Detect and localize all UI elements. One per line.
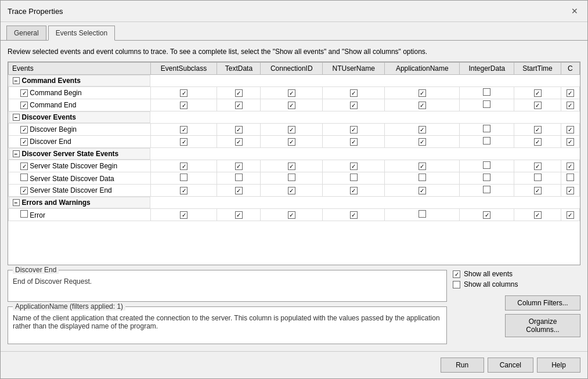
- cb-command-end-ntusername[interactable]: [350, 102, 358, 109]
- cb-command-end-starttime[interactable]: [534, 102, 542, 109]
- show-all-columns-row: Show all columns: [453, 280, 580, 288]
- cb-discover-end-ntusername[interactable]: [350, 138, 358, 146]
- cb-error-applicationname[interactable]: [419, 210, 426, 218]
- cb-ssdata-eventsubclass[interactable]: [180, 174, 187, 181]
- appname-legend: ApplicationName (filters applied: 1): [13, 302, 125, 311]
- col-header-integerdata: IntegerData: [460, 63, 514, 75]
- cb-discover-begin-integerdata[interactable]: [483, 125, 490, 132]
- organize-columns-button[interactable]: Organize Columns...: [505, 314, 580, 337]
- cb-ssbegin-textdata[interactable]: [235, 163, 243, 170]
- cb-ssdata-c[interactable]: [567, 174, 574, 181]
- row-check-error[interactable]: [20, 210, 28, 218]
- cb-ssdata-connectionid[interactable]: [288, 174, 295, 181]
- options-group: Show all events Show all columns: [453, 270, 580, 288]
- cb-command-begin-c[interactable]: [567, 89, 574, 97]
- cb-ssend-applicationname[interactable]: [419, 187, 426, 194]
- event-command-begin: Command Begin: [9, 87, 151, 99]
- cb-ssbegin-eventsubclass[interactable]: [180, 163, 187, 170]
- cb-discover-begin-applicationname[interactable]: [419, 126, 426, 133]
- cb-error-starttime[interactable]: [534, 211, 542, 219]
- cb-discover-begin-textdata[interactable]: [235, 126, 243, 133]
- row-check-command-begin[interactable]: [20, 89, 28, 97]
- cb-discover-end-eventsubclass[interactable]: [180, 138, 187, 146]
- cb-discover-begin-starttime[interactable]: [534, 126, 542, 133]
- cb-command-begin-starttime[interactable]: [534, 89, 542, 97]
- row-check-server-state-data[interactable]: [20, 174, 28, 181]
- cb-ssdata-ntusername[interactable]: [350, 174, 358, 181]
- expand-discover-events[interactable]: −: [13, 114, 20, 121]
- cb-error-integerdata[interactable]: [483, 211, 490, 219]
- cb-ssbegin-connectionid[interactable]: [288, 163, 295, 170]
- expand-errors-warnings[interactable]: −: [13, 199, 20, 206]
- cb-command-begin-applicationname[interactable]: [419, 89, 426, 97]
- show-all-columns-checkbox[interactable]: [453, 281, 460, 288]
- cb-ssend-textdata[interactable]: [235, 187, 243, 194]
- cb-ssbegin-c[interactable]: [567, 163, 574, 170]
- cb-discover-end-starttime[interactable]: [534, 138, 542, 146]
- cb-discover-end-connectionid[interactable]: [288, 138, 295, 146]
- cb-discover-end-textdata[interactable]: [235, 138, 243, 146]
- cb-discover-end-applicationname[interactable]: [419, 138, 426, 146]
- expand-discover-server-state[interactable]: −: [13, 150, 20, 157]
- cb-discover-end-integerdata[interactable]: [483, 137, 490, 145]
- show-all-events-label: Show all events: [464, 270, 513, 278]
- cb-ssbegin-ntusername[interactable]: [350, 163, 358, 170]
- group-errors-warnings: − Errors and Warnings: [9, 197, 580, 209]
- row-check-command-end[interactable]: [20, 102, 28, 109]
- cb-discover-begin-eventsubclass[interactable]: [180, 126, 187, 133]
- row-check-discover-end[interactable]: [20, 138, 28, 146]
- cb-error-c[interactable]: [567, 211, 574, 219]
- events-table-container[interactable]: Events EventSubclass TextData Connection…: [8, 62, 580, 265]
- cb-command-end-applicationname[interactable]: [419, 102, 426, 109]
- tab-general[interactable]: General: [6, 26, 46, 40]
- cb-discover-begin-ntusername[interactable]: [350, 126, 358, 133]
- cb-ssbegin-starttime[interactable]: [534, 163, 542, 170]
- cb-discover-begin-connectionid[interactable]: [288, 126, 295, 133]
- cb-error-ntusername[interactable]: [350, 211, 358, 219]
- cb-command-begin-textdata[interactable]: [235, 89, 243, 97]
- bottom-left: Discover End End of Discover Request. Ap…: [8, 270, 447, 344]
- cb-ssbegin-applicationname[interactable]: [419, 163, 426, 170]
- title-bar: Trace Properties ✕: [1, 1, 587, 22]
- cb-command-end-c[interactable]: [567, 102, 574, 109]
- cb-ssdata-textdata[interactable]: [235, 174, 243, 181]
- column-filters-button[interactable]: Column Filters...: [505, 295, 580, 311]
- cb-ssend-integerdata[interactable]: [483, 186, 490, 193]
- cb-ssdata-starttime[interactable]: [534, 174, 542, 181]
- cb-command-begin-integerdata[interactable]: [483, 88, 490, 96]
- group-command-events: − Command Events: [9, 75, 580, 87]
- cb-discover-begin-c[interactable]: [567, 126, 574, 133]
- run-button[interactable]: Run: [441, 358, 484, 373]
- cb-ssend-starttime[interactable]: [534, 187, 542, 194]
- cb-ssend-c[interactable]: [567, 187, 574, 194]
- cb-command-end-textdata[interactable]: [235, 102, 243, 109]
- cb-ssdata-integerdata[interactable]: [483, 174, 490, 181]
- table-row: Command Begin: [9, 87, 580, 99]
- expand-command-events[interactable]: −: [13, 77, 20, 84]
- cb-ssend-connectionid[interactable]: [288, 187, 295, 194]
- cb-discover-end-c[interactable]: [567, 138, 574, 146]
- cancel-button[interactable]: Cancel: [488, 358, 533, 373]
- cb-error-textdata[interactable]: [235, 211, 243, 219]
- cb-command-begin-connectionid[interactable]: [288, 89, 295, 97]
- help-button[interactable]: Help: [537, 358, 580, 373]
- close-button[interactable]: ✕: [569, 5, 580, 17]
- cb-ssdata-applicationname[interactable]: [419, 174, 426, 181]
- group-label-discover-server-state: Discover Server State Events: [22, 150, 119, 158]
- tab-events-selection[interactable]: Events Selection: [48, 26, 115, 41]
- cb-command-begin-ntusername[interactable]: [350, 89, 358, 97]
- cb-ssend-eventsubclass[interactable]: [180, 187, 187, 194]
- cb-command-begin-eventsubclass[interactable]: [180, 89, 187, 97]
- application-name-box: ApplicationName (filters applied: 1) Nam…: [8, 306, 447, 344]
- row-check-server-state-begin[interactable]: [20, 163, 28, 170]
- row-check-discover-begin[interactable]: [20, 126, 28, 133]
- show-all-events-checkbox[interactable]: [453, 270, 460, 278]
- cb-command-end-integerdata[interactable]: [483, 100, 490, 108]
- cb-ssbegin-integerdata[interactable]: [483, 161, 490, 169]
- cb-error-connectionid[interactable]: [288, 211, 295, 219]
- cb-command-end-connectionid[interactable]: [288, 102, 295, 109]
- cb-error-eventsubclass[interactable]: [180, 211, 187, 219]
- cb-ssend-ntusername[interactable]: [350, 187, 358, 194]
- row-check-server-state-end[interactable]: [20, 187, 28, 194]
- cb-command-end-eventsubclass[interactable]: [180, 102, 187, 109]
